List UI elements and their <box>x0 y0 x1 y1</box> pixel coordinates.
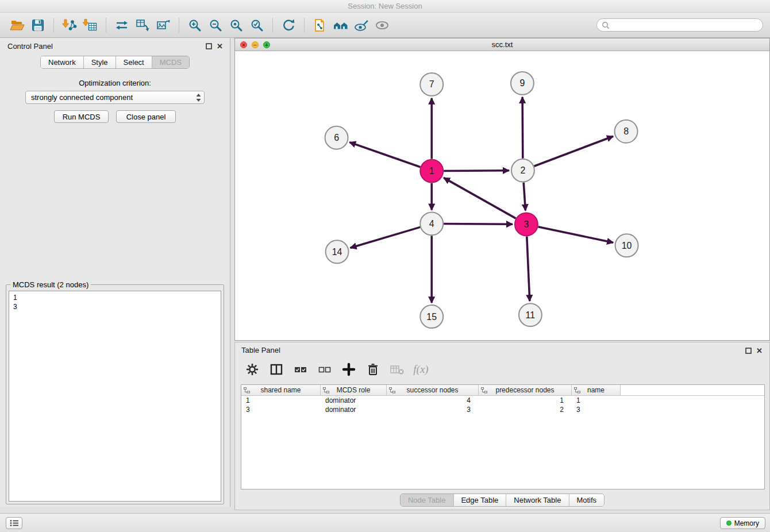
table-row[interactable]: 3dominator323 <box>241 405 764 414</box>
select-all-icon <box>294 363 307 376</box>
fx-icon: f(x) <box>413 363 428 376</box>
criterion-select[interactable]: strongly connected component <box>25 91 205 104</box>
column-header-name[interactable]: name <box>572 385 621 395</box>
refresh-view-button[interactable] <box>278 16 299 35</box>
column-header-mcds-role[interactable]: MCDS role <box>321 385 387 395</box>
graph-edge-3-1[interactable] <box>444 178 516 218</box>
svg-text:3: 3 <box>523 219 529 229</box>
export-image-button[interactable] <box>153 16 174 35</box>
column-header-successor-nodes[interactable]: successor nodes <box>387 385 479 395</box>
task-list-icon <box>10 519 19 527</box>
plus-icon <box>341 362 356 377</box>
save-session-button[interactable] <box>28 16 48 35</box>
deselect-all-columns-button[interactable] <box>317 362 332 377</box>
panel-splitter-vertical[interactable] <box>230 38 234 507</box>
close-window-icon[interactable]: × <box>240 41 247 48</box>
graph-node-2[interactable]: 2 <box>511 159 534 182</box>
graph-node-1[interactable]: 1 <box>420 160 443 183</box>
graph-edge-1-6[interactable] <box>349 142 420 167</box>
graph-node-7[interactable]: 7 <box>420 73 443 96</box>
search-input[interactable] <box>596 18 763 32</box>
graph-edge-4-14[interactable] <box>351 227 421 248</box>
table-cell: 4 <box>387 396 479 404</box>
network-canvas[interactable]: 7968123414101511 <box>235 51 769 340</box>
optimization-criterion-label: Optimization criterion: <box>0 79 230 87</box>
graph-node-11[interactable]: 11 <box>519 303 542 326</box>
import-table-button[interactable] <box>80 16 101 35</box>
tab-select[interactable]: Select <box>116 56 152 68</box>
float-window-icon <box>745 348 752 354</box>
table-settings-button[interactable] <box>244 362 260 377</box>
graph-node-6[interactable]: 6 <box>325 126 348 149</box>
graph-edge-3-11[interactable] <box>527 236 530 301</box>
network-graph[interactable]: 7968123414101511 <box>235 51 769 340</box>
select-all-columns-button[interactable] <box>292 362 308 377</box>
tab-network[interactable]: Network <box>41 56 84 68</box>
close-mcds-panel-button[interactable]: Close panel <box>116 110 176 123</box>
network-view-window: scc.txt × − + 7968123414101511 <box>234 38 770 341</box>
import-network-button[interactable] <box>59 16 80 35</box>
mcds-result-title: MCDS result (2 nodes) <box>10 280 91 289</box>
control-panel-tabs: Network Style Select MCDS <box>40 56 190 69</box>
table-cell: 3 <box>241 406 321 414</box>
graph-edge-2-9[interactable] <box>522 97 523 159</box>
minimize-window-icon[interactable]: − <box>252 41 259 48</box>
zoom-selected-button[interactable] <box>247 16 267 35</box>
network-arrows-button[interactable] <box>111 16 132 35</box>
tab-style[interactable]: Style <box>84 56 116 68</box>
table-panel-title: Table Panel <box>241 346 280 354</box>
column-header-predecessor-nodes[interactable]: predecessor nodes <box>479 385 572 395</box>
zoom-out-button[interactable] <box>205 16 226 35</box>
graph-node-8[interactable]: 8 <box>615 120 638 143</box>
style-preview-button[interactable] <box>351 16 372 35</box>
zoom-in-button[interactable] <box>184 16 205 35</box>
close-table-panel-button[interactable]: ✕ <box>755 346 764 355</box>
annotation-button[interactable] <box>310 16 330 35</box>
home-networks-button[interactable] <box>330 16 351 35</box>
graph-edge-2-3[interactable] <box>523 183 525 211</box>
delete-column-button[interactable] <box>365 362 380 377</box>
graph-edge-2-8[interactable] <box>534 136 613 166</box>
toolbar-separator <box>304 18 305 33</box>
control-panel-header: Control Panel ✕ <box>0 38 230 54</box>
float-table-panel-button[interactable] <box>744 346 753 355</box>
zoom-fit-button[interactable] <box>226 16 247 35</box>
table-panel-header: Table Panel ✕ <box>235 342 769 357</box>
split-table-view-button[interactable] <box>268 362 284 377</box>
add-column-button[interactable] <box>341 362 356 377</box>
column-header-shared-name[interactable]: shared name <box>241 385 321 395</box>
hide-graphics-button[interactable] <box>372 16 392 35</box>
graph-node-10[interactable]: 10 <box>615 234 638 257</box>
graph-node-3[interactable]: 3 <box>515 213 538 236</box>
zoom-window-icon[interactable]: + <box>263 41 270 48</box>
search-box <box>596 18 763 32</box>
run-mcds-button[interactable]: Run MCDS <box>54 110 109 123</box>
memory-button[interactable]: Memory <box>720 517 765 529</box>
trash-icon <box>366 363 380 376</box>
tab-motifs[interactable]: Motifs <box>569 494 604 506</box>
graph-edge-1-2[interactable] <box>444 171 509 171</box>
tab-edge-table[interactable]: Edge Table <box>453 494 506 506</box>
float-panel-button[interactable] <box>205 42 213 51</box>
control-panel: Control Panel ✕ Network Style Select MCD… <box>0 38 230 507</box>
table-cell: 1 <box>572 396 621 404</box>
tab-network-table[interactable]: Network Table <box>506 494 569 506</box>
graph-node-9[interactable]: 9 <box>511 72 534 95</box>
clone-network-button[interactable] <box>132 16 153 35</box>
table-cell: dominator <box>321 396 387 404</box>
graph-node-4[interactable]: 4 <box>420 212 443 235</box>
close-control-panel-button[interactable]: ✕ <box>215 42 224 51</box>
graph-edge-4-3[interactable] <box>444 224 513 225</box>
graph-node-14[interactable]: 14 <box>326 240 349 263</box>
zoom-selected-icon <box>249 18 264 33</box>
tab-mcds[interactable]: MCDS <box>152 56 189 68</box>
svg-text:4: 4 <box>429 219 434 229</box>
mcds-result-text[interactable]: 1 3 <box>9 291 221 502</box>
task-history-button[interactable] <box>6 517 22 529</box>
table-row[interactable]: 1dominator411 <box>241 396 764 405</box>
graph-node-15[interactable]: 15 <box>420 305 443 328</box>
svg-text:6: 6 <box>334 133 339 142</box>
graph-edge-3-10[interactable] <box>538 227 613 243</box>
open-file-button[interactable] <box>7 16 28 35</box>
tab-node-table[interactable]: Node Table <box>401 494 454 506</box>
